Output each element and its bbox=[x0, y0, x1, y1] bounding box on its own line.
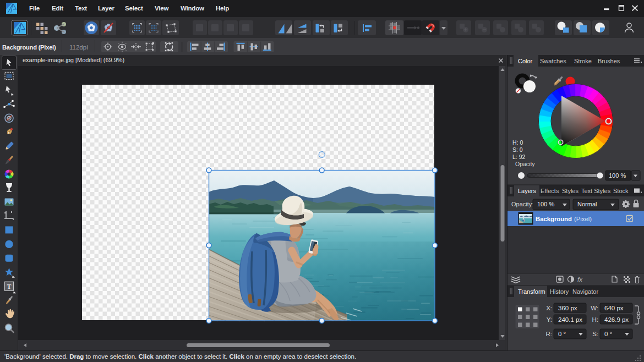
svg-text:Background (Pixel): Background (Pixel) bbox=[2, 44, 56, 51]
svg-text:R:: R: bbox=[546, 331, 553, 337]
svg-text:Opacity: Opacity bbox=[515, 161, 535, 167]
svg-text:L: 92: L: 92 bbox=[512, 153, 526, 160]
svg-text:100 %: 100 % bbox=[609, 172, 626, 179]
svg-text:T: T bbox=[7, 283, 11, 290]
svg-text:Stroke: Stroke bbox=[574, 58, 592, 64]
svg-text:Navigator: Navigator bbox=[572, 288, 598, 295]
svg-text:Opacity:: Opacity: bbox=[511, 201, 533, 207]
svg-text:fx: fx bbox=[577, 276, 583, 283]
svg-text:Normal: Normal bbox=[577, 201, 597, 207]
svg-text:112dpi: 112dpi bbox=[69, 44, 88, 51]
svg-text:Swatches: Swatches bbox=[540, 58, 566, 64]
svg-text:H: 0: H: 0 bbox=[512, 139, 523, 146]
svg-text:History: History bbox=[550, 288, 569, 295]
svg-text:H:: H: bbox=[592, 316, 599, 323]
svg-text:640 px: 640 px bbox=[604, 305, 624, 311]
svg-text:Text Styles: Text Styles bbox=[581, 188, 611, 194]
svg-text:0 °: 0 ° bbox=[604, 331, 612, 337]
svg-text:100 %: 100 % bbox=[537, 201, 554, 207]
svg-text:0 °: 0 ° bbox=[558, 331, 566, 337]
svg-text:Brushes: Brushes bbox=[598, 58, 620, 64]
svg-text:426.9 px: 426.9 px bbox=[604, 316, 629, 323]
svg-text:Layers: Layers bbox=[518, 188, 537, 194]
svg-text:(Pixel): (Pixel) bbox=[574, 216, 592, 222]
svg-text:W:: W: bbox=[591, 305, 598, 311]
svg-text:Effects: Effects bbox=[541, 188, 559, 194]
svg-text:Color: Color bbox=[518, 58, 533, 64]
svg-text:Y:: Y: bbox=[547, 316, 552, 323]
svg-text:S:: S: bbox=[592, 331, 598, 337]
svg-text:Styles: Styles bbox=[562, 188, 578, 194]
svg-text:240.1 px: 240.1 px bbox=[558, 316, 582, 323]
svg-text:Background: Background bbox=[536, 216, 572, 222]
svg-text:360 px: 360 px bbox=[558, 305, 577, 311]
svg-text:Transform: Transform bbox=[518, 288, 545, 295]
svg-text:X:: X: bbox=[546, 305, 552, 311]
svg-text:Stock: Stock bbox=[613, 188, 629, 194]
svg-text:S: 0: S: 0 bbox=[512, 146, 523, 153]
